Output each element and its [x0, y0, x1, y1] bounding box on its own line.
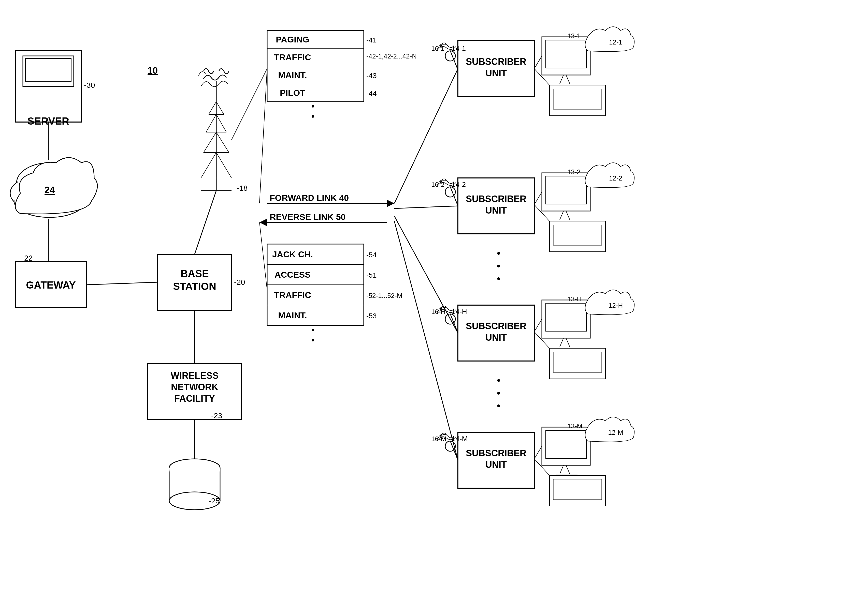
- svg-line-132: [560, 338, 563, 347]
- svg-text:GATEWAY: GATEWAY: [26, 280, 76, 291]
- svg-text:•: •: [311, 335, 315, 345]
- svg-text:SUBSCRIBER: SUBSCRIBER: [466, 321, 527, 331]
- svg-rect-70: [267, 244, 364, 325]
- svg-text:-51: -51: [366, 271, 377, 279]
- svg-text:13-2: 13-2: [567, 168, 580, 176]
- svg-text:BASE: BASE: [180, 268, 209, 279]
- svg-line-154: [566, 465, 570, 474]
- svg-line-94: [566, 75, 570, 84]
- svg-text:STATION: STATION: [173, 281, 216, 292]
- svg-line-160: [534, 446, 542, 459]
- svg-text:-44: -44: [366, 90, 377, 97]
- svg-point-29: [169, 459, 220, 477]
- svg-text:14-1: 14-1: [452, 44, 466, 52]
- svg-line-168: [232, 69, 267, 140]
- svg-text:•: •: [311, 111, 315, 121]
- svg-text:-20: -20: [234, 278, 245, 286]
- svg-text:ACCESS: ACCESS: [274, 270, 311, 280]
- svg-line-153: [560, 465, 563, 474]
- svg-text:PAGING: PAGING: [276, 35, 309, 44]
- svg-text:•: •: [497, 387, 500, 399]
- svg-rect-92: [546, 40, 586, 68]
- svg-line-111: [560, 211, 563, 220]
- svg-point-88: [445, 51, 456, 61]
- svg-rect-84: [458, 41, 534, 97]
- svg-text:SUBSCRIBER: SUBSCRIBER: [466, 194, 527, 204]
- svg-text:-18: -18: [236, 184, 247, 192]
- diagram: SERVER -30 10 24 GATEWAY 22 BASE STATION…: [0, 0, 867, 616]
- svg-text:TRAFFIC: TRAFFIC: [274, 290, 311, 300]
- svg-line-170: [394, 206, 458, 209]
- svg-line-36: [209, 102, 216, 115]
- svg-point-8: [10, 178, 56, 209]
- svg-rect-0: [0, 0, 867, 616]
- svg-text:FACILITY: FACILITY: [174, 393, 215, 404]
- svg-rect-50: [267, 30, 364, 102]
- svg-line-133: [566, 338, 570, 347]
- svg-line-171: [394, 216, 458, 333]
- svg-text:•: •: [497, 375, 500, 386]
- svg-point-7: [17, 163, 83, 203]
- svg-text:•: •: [497, 273, 500, 284]
- svg-rect-136: [553, 352, 602, 372]
- svg-text:•: •: [311, 101, 315, 112]
- svg-text:10: 10: [148, 65, 158, 76]
- svg-text:•: •: [497, 248, 500, 259]
- svg-text:14-M: 14-M: [452, 435, 468, 443]
- svg-text:SUBSCRIBER: SUBSCRIBER: [466, 57, 527, 67]
- svg-rect-151: [542, 427, 590, 465]
- svg-rect-2: [23, 56, 74, 86]
- svg-text:TRAFFIC: TRAFFIC: [274, 52, 311, 62]
- svg-text:NETWORK: NETWORK: [171, 382, 218, 392]
- svg-line-118: [534, 192, 542, 205]
- svg-line-40: [203, 132, 216, 152]
- svg-text:-25: -25: [209, 497, 219, 505]
- svg-rect-17: [15, 262, 87, 308]
- svg-text:SERVER: SERVER: [27, 115, 69, 127]
- svg-text:MAINT.: MAINT.: [278, 310, 307, 320]
- svg-line-93: [560, 75, 563, 84]
- svg-rect-20: [158, 254, 232, 310]
- svg-point-33: [169, 492, 220, 510]
- svg-rect-157: [553, 479, 602, 500]
- svg-text:-52-1...52-M: -52-1...52-M: [366, 292, 402, 300]
- svg-text:16-M: 16-M: [431, 435, 446, 443]
- svg-line-173: [534, 56, 542, 69]
- svg-text:UNIT: UNIT: [486, 205, 507, 215]
- svg-text:16-2: 16-2: [431, 181, 445, 189]
- svg-marker-65: [387, 200, 394, 207]
- svg-text:SUBSCRIBER: SUBSCRIBER: [466, 448, 527, 458]
- svg-line-169: [394, 69, 458, 203]
- svg-text:14-2: 14-2: [452, 181, 466, 189]
- svg-text:-43: -43: [366, 72, 377, 80]
- svg-line-172: [394, 221, 458, 460]
- svg-text:-30: -30: [84, 81, 95, 89]
- svg-text:MAINT.: MAINT.: [278, 70, 307, 80]
- svg-rect-1: [15, 51, 81, 122]
- svg-text:13-H: 13-H: [567, 295, 582, 303]
- svg-line-128: [450, 314, 458, 333]
- svg-line-149: [450, 441, 458, 460]
- svg-text:PILOT: PILOT: [280, 88, 305, 97]
- svg-rect-30: [169, 468, 220, 501]
- svg-point-11: [18, 164, 81, 202]
- svg-text:REVERSE LINK 50: REVERSE LINK 50: [270, 212, 346, 222]
- svg-rect-114: [550, 221, 605, 252]
- svg-point-13: [44, 179, 88, 207]
- svg-text:12-2: 12-2: [609, 174, 622, 182]
- svg-line-119: [534, 205, 550, 221]
- svg-text:JACK CH.: JACK CH.: [272, 250, 313, 259]
- svg-rect-144: [458, 432, 534, 488]
- svg-rect-109: [542, 173, 590, 211]
- svg-line-175: [260, 222, 267, 290]
- svg-rect-96: [550, 85, 605, 116]
- svg-text:14-H: 14-H: [452, 308, 467, 316]
- svg-point-10: [14, 184, 85, 217]
- svg-text:12-1: 12-1: [609, 38, 622, 46]
- svg-line-164: [87, 282, 158, 285]
- svg-text:13-1: 13-1: [567, 32, 580, 40]
- svg-text:12-M: 12-M: [608, 429, 623, 436]
- svg-point-106: [445, 187, 456, 197]
- svg-text:•: •: [311, 325, 315, 335]
- svg-rect-123: [458, 305, 534, 361]
